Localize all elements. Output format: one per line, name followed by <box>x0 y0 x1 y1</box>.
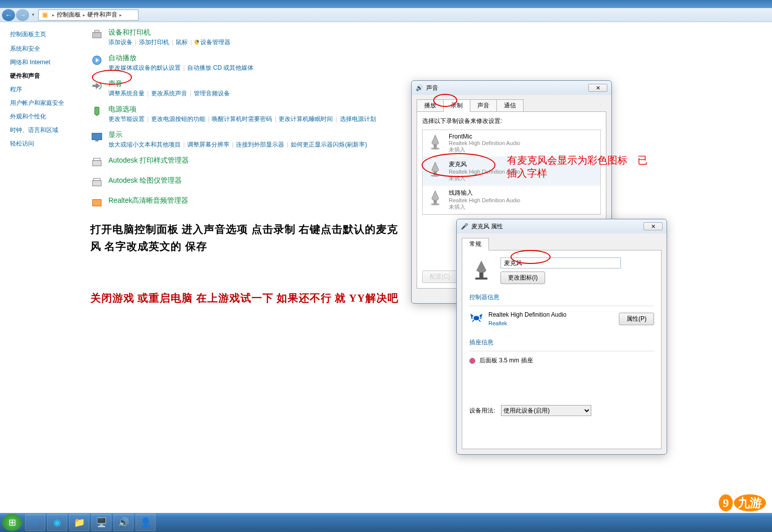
svg-rect-10 <box>92 181 101 186</box>
microphone-icon <box>469 257 493 282</box>
tab[interactable]: 录制 <box>443 99 470 112</box>
device-item[interactable]: FrontMicRealtek High Definition Audio未插入 <box>423 130 600 157</box>
watermark: 9九游 <box>719 495 767 511</box>
svg-rect-8 <box>92 161 101 166</box>
change-icon-button[interactable]: 更改图标(I) <box>500 272 545 284</box>
svg-rect-9 <box>94 158 100 160</box>
sidebar-item[interactable]: 网络和 Internet <box>10 58 80 67</box>
category-link[interactable]: 调整屏幕分辨率 <box>187 141 229 148</box>
sidebar-item[interactable]: 轻松访问 <box>10 140 80 148</box>
category-link[interactable]: 更改电源按钮的功能 <box>151 115 205 122</box>
category-link[interactable]: 设备管理器 <box>200 39 230 46</box>
sidebar-item[interactable]: 硬件和声音 <box>10 72 80 80</box>
start-button[interactable]: ⊞ <box>2 514 22 531</box>
category-link[interactable]: 放大或缩小文本和其他项目 <box>108 141 181 148</box>
controller-props-button[interactable]: 属性(P) <box>619 313 654 325</box>
category-link[interactable]: 添加设备 <box>108 39 133 46</box>
back-button[interactable]: ← <box>2 9 15 21</box>
taskbar-ie-icon[interactable]: e <box>25 514 45 531</box>
svg-rect-7 <box>95 140 99 141</box>
category-link[interactable]: 更改计算机睡眠时间 <box>279 115 333 122</box>
tab[interactable]: 播放 <box>417 99 444 112</box>
breadcrumb-part[interactable]: 硬件和声音 <box>87 11 117 19</box>
taskbar-explorer-icon[interactable]: 📁 <box>69 514 89 531</box>
tab[interactable]: 声音 <box>470 99 497 112</box>
top-translucent-bar <box>0 0 772 8</box>
close-button[interactable]: ✕ <box>588 84 607 92</box>
sidebar: 控制面板主页 系统和安全网络和 Internet硬件和声音程序用户帐户和家庭安全… <box>0 22 80 513</box>
category-link[interactable]: 选择电源计划 <box>340 115 376 122</box>
jack-info-label: 插座信息 <box>469 338 654 347</box>
dialog-titlebar[interactable]: 🔊 声音 ✕ <box>412 81 611 95</box>
category-link[interactable]: 如何更正显示器闪烁(刷新率) <box>291 141 367 148</box>
instruction-text: 打开电脑控制面板 进入声音选项 点击录制 右键点击默认的麦克风 名字改成英文的 … <box>90 221 402 255</box>
breadcrumb-part[interactable]: 控制面板 <box>57 11 81 19</box>
category-link[interactable]: 管理音频设备 <box>194 90 230 97</box>
sidebar-item[interactable]: 时钟、语言和区域 <box>10 126 80 135</box>
controller-info-label: 控制器信息 <box>469 293 654 302</box>
device-name: 线路输入 <box>449 189 520 197</box>
jack-value: 后面板 3.5 mm 插座 <box>479 356 533 365</box>
forward-button[interactable]: → <box>16 9 29 21</box>
usage-select[interactable]: 使用此设备(启用) <box>501 405 591 416</box>
history-dropdown-icon[interactable]: ▼ <box>31 13 35 17</box>
svg-rect-6 <box>92 133 102 140</box>
tab[interactable]: 通信 <box>496 99 524 112</box>
dialog-titlebar[interactable]: 🎤 麦克风 属性 ✕ <box>457 219 667 233</box>
breadcrumb[interactable]: ▦ ▸ 控制面板 ▸ 硬件和声音 ▸ <box>38 10 139 21</box>
category-title[interactable]: 显示 <box>108 130 367 140</box>
sidebar-item[interactable]: 用户帐户和家庭安全 <box>10 99 80 107</box>
category-link[interactable]: 鼠标 <box>176 39 188 46</box>
windows-taskbar[interactable]: ⊞ e ◉ 📁 🖥️ 🔊 👤 <box>0 513 772 532</box>
svg-point-16 <box>431 175 440 177</box>
taskbar-app-icon[interactable]: ◉ <box>47 514 67 531</box>
svg-point-18 <box>431 203 440 205</box>
taskbar-app-icon[interactable]: 🖥️ <box>91 514 111 531</box>
controller-vendor: Realtek <box>488 320 566 326</box>
category-title[interactable]: 电源选项 <box>108 105 376 114</box>
category-link[interactable]: 更改系统声音 <box>151 90 187 97</box>
category-title[interactable]: Autodesk 打印样式管理器 <box>108 156 189 165</box>
category-link[interactable]: 自动播放 CD 或其他媒体 <box>187 64 253 71</box>
svg-rect-19 <box>479 273 483 278</box>
category-link[interactable]: 添加打印机 <box>139 39 169 46</box>
configure-button[interactable]: 配置(C) <box>422 271 458 283</box>
svg-rect-5 <box>96 115 98 116</box>
category-link[interactable]: 更改媒体或设备的默认设置 <box>108 64 181 71</box>
taskbar-sound-icon[interactable]: 🔊 <box>113 514 134 531</box>
category-title[interactable]: 声音 <box>108 79 230 88</box>
device-item[interactable]: 线路输入Realtek High Definition Audio未插入 <box>423 186 600 214</box>
category-link[interactable]: 更改节能设置 <box>108 115 145 122</box>
chevron-right-icon: ▸ <box>119 13 122 18</box>
microphone-icon: 🎤 <box>461 223 468 230</box>
mic-properties-dialog[interactable]: 🎤 麦克风 属性 ✕ 常规 更改图标(I) 控制器信息 Realtek High… <box>456 219 667 455</box>
category-title[interactable]: 自动播放 <box>108 54 253 63</box>
category-title[interactable]: Autodesk 绘图仪管理器 <box>108 176 182 185</box>
jack-color-dot <box>469 358 475 364</box>
sidebar-item[interactable]: 外观和个性化 <box>10 112 80 121</box>
category-link[interactable]: 调整系统音量 <box>108 90 145 97</box>
tab-general[interactable]: 常规 <box>462 238 489 250</box>
sidebar-title[interactable]: 控制面板主页 <box>10 30 80 39</box>
device-name-input[interactable] <box>500 257 621 269</box>
close-button[interactable]: ✕ <box>644 222 663 230</box>
svg-rect-20 <box>475 278 487 280</box>
category-link[interactable]: 连接到外部显示器 <box>236 141 284 148</box>
usage-label: 设备用法: <box>469 407 495 415</box>
category-icon <box>90 105 103 118</box>
category-icon <box>90 196 103 209</box>
category-title[interactable]: 设备和打印机 <box>108 28 230 37</box>
taskbar-app-icon[interactable]: 👤 <box>136 514 156 531</box>
category-title[interactable]: Realtek高清晰音频管理器 <box>108 196 188 205</box>
svg-rect-0 <box>92 33 101 38</box>
sidebar-item[interactable]: 系统和安全 <box>10 45 80 53</box>
sidebar-item[interactable]: 程序 <box>10 85 80 94</box>
category-icon <box>90 79 103 92</box>
svg-rect-1 <box>95 30 99 32</box>
category-link[interactable]: 唤醒计算机时需要密码 <box>212 115 272 122</box>
chevron-right-icon: ▸ <box>83 13 85 18</box>
svg-rect-4 <box>95 107 99 114</box>
device-icon <box>427 160 444 177</box>
realtek-icon <box>469 312 483 326</box>
speaker-icon: 🔊 <box>416 84 423 91</box>
